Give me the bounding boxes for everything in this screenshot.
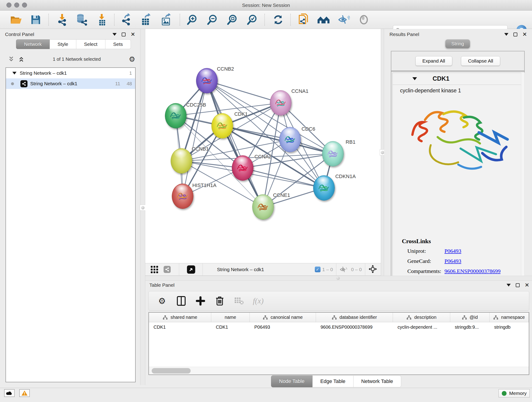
- table-settings-gear-icon[interactable]: ⚙: [157, 296, 167, 306]
- column-header-shared-name[interactable]: shared name: [149, 313, 211, 322]
- hide-selection-button[interactable]: [337, 13, 350, 26]
- expand-all-tree-icon[interactable]: [8, 56, 15, 62]
- close-panel-icon[interactable]: ✕: [131, 32, 135, 36]
- tab-select[interactable]: Select: [76, 39, 105, 49]
- tab-edge-table[interactable]: Edge Table: [312, 375, 354, 387]
- column-header-namespace[interactable]: namespace: [490, 313, 529, 322]
- gene-section-header[interactable]: CDK1: [393, 73, 523, 85]
- zoom-in-button[interactable]: [186, 13, 198, 26]
- results-scrollbar[interactable]: [521, 72, 525, 293]
- network-node-CCNB1[interactable]: [171, 148, 192, 173]
- string-style-icon[interactable]: [164, 266, 171, 273]
- network-row-selected[interactable]: String Network – cdk1 11 48: [6, 78, 135, 89]
- scrollbar-thumb[interactable]: [152, 368, 191, 374]
- selected-checkbox-icon[interactable]: ✓: [315, 267, 321, 272]
- zoom-out-button[interactable]: [206, 13, 219, 26]
- network-node-CDKN1A[interactable]: [313, 175, 335, 201]
- collapse-all-tree-icon[interactable]: [18, 56, 25, 62]
- table-cell: cyclin-dependent ...: [393, 322, 450, 332]
- network-node-CDC25B[interactable]: [165, 103, 186, 128]
- import-network-database-button[interactable]: [75, 13, 88, 26]
- table-panel-title: Table Panel: [149, 282, 175, 288]
- float-panel-icon[interactable]: [122, 32, 126, 36]
- add-column-icon[interactable]: [196, 296, 206, 306]
- show-columns-icon[interactable]: [176, 296, 186, 306]
- crosslink-link[interactable]: P06493: [444, 258, 461, 264]
- tab-node-table[interactable]: Node Table: [271, 375, 312, 387]
- show-all-button[interactable]: [357, 13, 370, 26]
- crosslink-label: GeneCard:: [402, 258, 444, 264]
- section-expander-icon[interactable]: [412, 77, 417, 80]
- column-header-description[interactable]: description: [393, 313, 450, 322]
- delete-table-icon-disabled: [234, 296, 244, 306]
- right-splitter[interactable]: [381, 29, 384, 276]
- birds-eye-view-toggle[interactable]: [187, 265, 195, 274]
- tree-expander-icon[interactable]: [12, 72, 17, 75]
- column-header-name[interactable]: name: [211, 313, 250, 322]
- tab-network[interactable]: Network: [16, 39, 50, 49]
- horizontal-splitter[interactable]: [145, 276, 532, 281]
- float-panel-icon[interactable]: [516, 283, 520, 287]
- export-network-button[interactable]: [120, 13, 133, 26]
- network-node-CDK1[interactable]: [211, 113, 233, 138]
- zoom-selected-button[interactable]: [246, 13, 259, 26]
- column-header--id[interactable]: @id: [450, 313, 490, 322]
- pan-mode-icon[interactable]: [368, 265, 377, 274]
- memory-button[interactable]: Memory: [499, 389, 530, 397]
- column-header-database-identifier[interactable]: database identifier: [316, 313, 393, 322]
- column-type-icon: [163, 315, 168, 320]
- network-collection-row[interactable]: String Network – cdk1 1: [6, 68, 135, 78]
- left-splitter-handle[interactable]: [140, 205, 146, 211]
- close-panel-icon[interactable]: ✕: [525, 283, 529, 287]
- import-table-button[interactable]: [95, 13, 108, 26]
- network-options-gear-icon[interactable]: ⚙: [129, 56, 135, 63]
- float-panel-icon[interactable]: [513, 32, 517, 36]
- tab-network-table[interactable]: Network Table: [354, 375, 401, 387]
- table-row[interactable]: CDK1CDK1P064939606.ENSP00000378699cyclin…: [149, 322, 529, 332]
- node-label-CDK1: CDK1: [234, 111, 248, 117]
- tab-style[interactable]: Style: [50, 39, 76, 49]
- warnings-button[interactable]: [19, 389, 30, 397]
- collapse-panel-icon[interactable]: [504, 33, 508, 36]
- tab-string[interactable]: String: [445, 39, 470, 48]
- collapse-panel-icon[interactable]: [113, 33, 117, 36]
- left-splitter[interactable]: [140, 29, 145, 385]
- network-node-CDC6[interactable]: [279, 127, 301, 152]
- new-network-from-selection-button[interactable]: [297, 13, 310, 26]
- cloud-services-button[interactable]: [4, 389, 15, 397]
- close-panel-icon[interactable]: ✕: [522, 32, 527, 36]
- export-image-button[interactable]: [160, 13, 173, 26]
- delete-column-trash-icon[interactable]: [215, 296, 225, 306]
- table-horizontal-scrollbar[interactable]: [149, 367, 529, 375]
- table-cell: CDK1: [149, 322, 211, 332]
- edge-CCNB2-HIST1H1A[interactable]: [183, 81, 207, 196]
- network-node-RB1[interactable]: [322, 141, 344, 166]
- network-node-CCNA2[interactable]: [232, 155, 253, 181]
- refresh-view-button[interactable]: [272, 13, 285, 26]
- network-node-CCNB2[interactable]: [196, 68, 218, 93]
- network-canvas[interactable]: CCNB2CCNA1CDC25BCDK1CDC6RB1CCNB1CCNA2CDK…: [145, 29, 381, 263]
- edge-CCNB2-CCNA1[interactable]: [207, 81, 281, 103]
- collapse-all-button[interactable]: Collapse All: [461, 56, 500, 66]
- network-node-CCNA1[interactable]: [270, 90, 291, 115]
- horizontal-splitter-handle[interactable]: [336, 277, 340, 280]
- collapse-panel-icon[interactable]: [507, 284, 511, 287]
- grid-view-icon[interactable]: [149, 264, 159, 274]
- first-neighbors-button[interactable]: [317, 13, 330, 26]
- save-session-button[interactable]: [29, 13, 42, 26]
- network-node-CCNE1[interactable]: [252, 194, 274, 220]
- column-header-canonical-name[interactable]: canonical name: [250, 313, 316, 322]
- export-table-button[interactable]: [140, 13, 152, 26]
- control-panel-tabs: NetworkStyleSelectSets: [16, 39, 131, 49]
- protein-thumbnail-CCNA2: [235, 161, 250, 176]
- zoom-fit-button[interactable]: [226, 13, 239, 26]
- navbar-network-name: String Network – cdk1: [217, 267, 264, 272]
- crosslink-link[interactable]: P06493: [444, 248, 461, 254]
- crosslink-link[interactable]: 9606.ENSP00000378699: [444, 268, 500, 274]
- toolbar-separator: [114, 14, 114, 26]
- network-node-HIST1H1A[interactable]: [172, 184, 193, 209]
- open-session-button[interactable]: [10, 13, 22, 26]
- import-network-file-button[interactable]: [56, 13, 69, 26]
- expand-all-button[interactable]: Expand All: [415, 56, 452, 66]
- tab-sets[interactable]: Sets: [105, 39, 131, 49]
